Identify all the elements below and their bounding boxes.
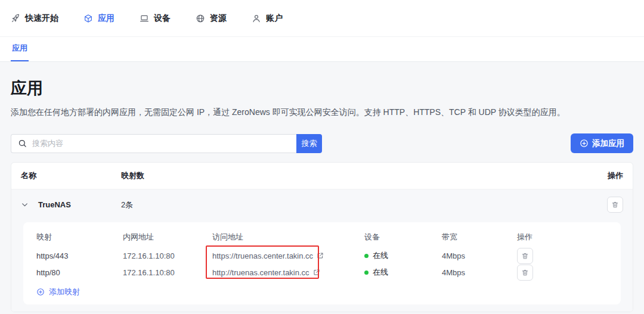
device-status: 在线 bbox=[364, 250, 442, 261]
table-header: 名称 映射数 操作 bbox=[11, 163, 633, 189]
bandwidth: 4Mbps bbox=[442, 251, 517, 260]
plus-circle-icon bbox=[580, 139, 589, 148]
nav-item-applications[interactable]: 应用 bbox=[83, 13, 114, 24]
mapping-row: http/80 172.16.1.10:80 http://truenas.ce… bbox=[23, 264, 621, 281]
search-button[interactable]: 搜索 bbox=[296, 134, 322, 153]
nav-label: 资源 bbox=[210, 13, 227, 24]
app-name-cell: TrueNAS bbox=[21, 200, 121, 209]
mappings-header: 映射 内网地址 访问地址 设备 带宽 操作 bbox=[23, 229, 621, 245]
add-app-label: 添加应用 bbox=[592, 138, 624, 149]
user-icon bbox=[252, 14, 261, 23]
search-icon bbox=[18, 139, 27, 148]
online-dot-icon bbox=[364, 271, 369, 275]
add-mapping-button[interactable]: 添加映射 bbox=[36, 287, 80, 297]
cube-icon bbox=[83, 14, 93, 23]
online-dot-icon bbox=[364, 254, 369, 258]
mapping-protocol: https/443 bbox=[36, 251, 123, 260]
bandwidth: 4Mbps bbox=[442, 268, 517, 277]
external-link-icon[interactable] bbox=[313, 269, 320, 276]
delete-mapping-button[interactable] bbox=[517, 265, 533, 281]
toolbar: 搜索 添加应用 bbox=[11, 133, 633, 153]
nav-label: 账户 bbox=[266, 13, 283, 24]
apps-table: 名称 映射数 操作 TrueNAS 2条 bbox=[11, 162, 633, 312]
app-mapping-count: 2条 bbox=[121, 200, 587, 210]
globe-icon bbox=[196, 14, 205, 23]
app-name: TrueNAS bbox=[38, 200, 71, 209]
header-device: 设备 bbox=[364, 232, 442, 243]
mapping-protocol: http/80 bbox=[36, 268, 123, 277]
page-title: 应用 bbox=[11, 77, 633, 99]
laptop-icon bbox=[140, 14, 149, 23]
app-row-truenas[interactable]: TrueNAS 2条 bbox=[11, 189, 633, 220]
internal-address: 172.16.1.10:80 bbox=[123, 251, 212, 260]
header-mapping: 映射 bbox=[36, 232, 123, 243]
internal-address: 172.16.1.10:80 bbox=[123, 268, 212, 277]
header-actions: 操作 bbox=[517, 232, 621, 243]
mappings-panel: 映射 内网地址 访问地址 设备 带宽 操作 https/443 172.16.1… bbox=[23, 222, 621, 304]
status-label: 在线 bbox=[373, 250, 388, 261]
access-address-link[interactable]: https://truenas.center.takin.cc bbox=[212, 251, 364, 260]
top-navigation: 快速开始 应用 设备 资源 bbox=[0, 0, 644, 37]
add-mapping-label: 添加映射 bbox=[49, 287, 80, 297]
header-bandwidth: 带宽 bbox=[442, 232, 517, 243]
nav-item-account[interactable]: 账户 bbox=[252, 13, 283, 24]
header-internal-address: 内网地址 bbox=[123, 232, 212, 243]
chevron-down-icon[interactable] bbox=[21, 201, 29, 209]
nav-item-quick-start[interactable]: 快速开始 bbox=[11, 13, 58, 24]
rocket-icon bbox=[11, 14, 20, 23]
nav-item-devices[interactable]: 设备 bbox=[140, 13, 171, 24]
plus-circle-icon bbox=[36, 288, 45, 296]
search-group: 搜索 bbox=[11, 134, 322, 153]
nav-item-resources[interactable]: 资源 bbox=[196, 13, 227, 24]
access-address-text: https://truenas.center.takin.cc bbox=[212, 251, 313, 260]
nav-label: 应用 bbox=[98, 13, 114, 24]
delete-mapping-button[interactable] bbox=[517, 248, 533, 264]
access-address-text: http://truenas.center.takin.cc bbox=[212, 268, 309, 277]
access-address-link[interactable]: http://truenas.center.takin.cc bbox=[212, 268, 364, 277]
device-status: 在线 bbox=[364, 267, 442, 278]
main-content: 应用 添加您在任何地方部署的内网应用，无需固定公网 IP，通过 ZeroNews… bbox=[0, 62, 644, 314]
search-box bbox=[11, 134, 296, 153]
add-app-button[interactable]: 添加应用 bbox=[571, 133, 633, 153]
search-input[interactable] bbox=[32, 139, 290, 148]
app-expanded-section: 映射 内网地址 访问地址 设备 带宽 操作 https/443 172.16.1… bbox=[11, 220, 633, 312]
tab-applications[interactable]: 应用 bbox=[11, 43, 29, 61]
mapping-row: https/443 172.16.1.10:80 https://truenas… bbox=[23, 247, 621, 264]
header-access-address: 访问地址 bbox=[212, 232, 364, 243]
header-name: 名称 bbox=[21, 170, 121, 181]
header-actions: 操作 bbox=[587, 170, 623, 181]
delete-app-button[interactable] bbox=[607, 197, 623, 213]
external-link-icon[interactable] bbox=[317, 252, 324, 259]
nav-label: 快速开始 bbox=[25, 13, 58, 24]
header-mapping-count: 映射数 bbox=[121, 170, 587, 181]
nav-label: 设备 bbox=[154, 13, 171, 24]
status-label: 在线 bbox=[373, 267, 388, 278]
page-description: 添加您在任何地方部署的内网应用，无需固定公网 IP，通过 ZeroNews 即可… bbox=[11, 107, 633, 118]
tab-bar: 应用 bbox=[0, 37, 644, 62]
